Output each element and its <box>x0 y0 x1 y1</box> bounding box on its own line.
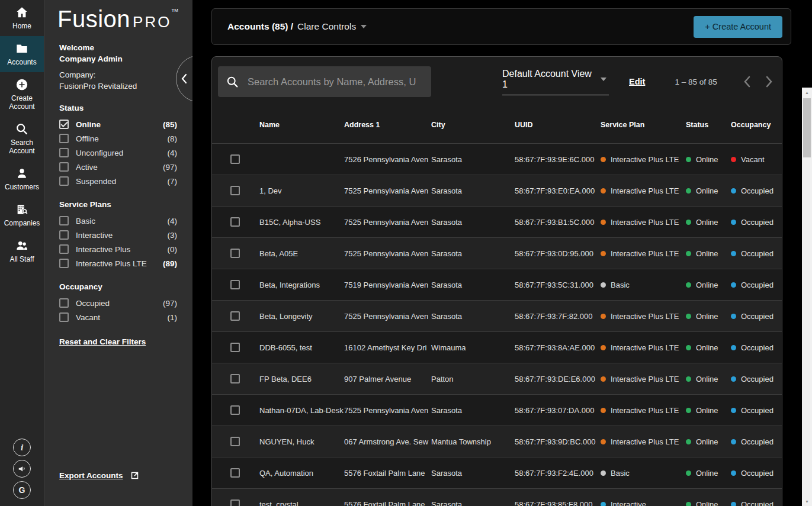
search-box[interactable] <box>218 66 431 97</box>
row-checkbox[interactable] <box>230 499 240 506</box>
table-row[interactable]: Beta, Longevity 7525 Pennsylvania Aven S… <box>212 300 782 331</box>
prev-page-button[interactable] <box>743 76 750 88</box>
cell-city: Wimauma <box>431 343 515 352</box>
filter-unconfigured[interactable]: Unconfigured (4) <box>59 146 177 160</box>
filter-count: (3) <box>168 231 178 240</box>
filter-checkbox[interactable] <box>59 216 69 225</box>
vertical-scrollbar[interactable]: ▲ ▼ <box>802 88 812 506</box>
cell-name: 1, Dev <box>259 186 344 195</box>
table-row[interactable]: 7526 Pennsylvania Aven Sarasota 58:67:7F… <box>212 143 782 175</box>
announcements-button[interactable] <box>13 460 31 478</box>
breadcrumb-current-account[interactable]: Clare Controls <box>297 21 356 32</box>
filter-interactive-plus-lte[interactable]: Interactive Plus LTE (89) <box>59 256 177 270</box>
cell-city: Sarasota <box>431 281 515 289</box>
table-row[interactable]: DDB-6055, test 16102 Amethyst Key Dri Wi… <box>212 331 782 363</box>
cell-occupancy: Occupied <box>731 186 782 195</box>
sidebar-item-create-account[interactable]: Create Account <box>0 72 44 117</box>
col-header-uuid[interactable]: UUID <box>515 121 601 129</box>
next-page-button[interactable] <box>766 76 773 88</box>
export-accounts-link[interactable]: Export Accounts <box>59 471 123 480</box>
row-checkbox[interactable] <box>230 468 240 478</box>
occupancy-dot <box>731 251 736 256</box>
table-row[interactable]: test, crystal 5576 Foxtail Palm Lane Sar… <box>212 488 782 506</box>
sidebar-item-home[interactable]: Home <box>0 0 44 36</box>
filter-interactive-plus[interactable]: Interactive Plus (0) <box>59 242 177 256</box>
filter-suspended[interactable]: Suspended (7) <box>59 174 177 188</box>
row-checkbox[interactable] <box>230 280 240 289</box>
filter-checkbox[interactable] <box>59 120 69 129</box>
filter-checkbox[interactable] <box>59 162 69 172</box>
service-plan-dot <box>601 220 606 225</box>
row-checkbox[interactable] <box>230 217 240 227</box>
edit-view-link[interactable]: Edit <box>629 77 645 86</box>
account-view-select[interactable]: Default Account View 1 <box>502 69 609 95</box>
sidebar-item-search-account[interactable]: Search Account <box>0 117 44 161</box>
sidebar-item-all-staff[interactable]: All Staff <box>0 233 44 269</box>
breadcrumb-caret-icon[interactable] <box>361 25 367 28</box>
g-button[interactable]: G <box>13 481 31 499</box>
sidebar-item-companies[interactable]: Companies <box>0 197 44 233</box>
create-account-button[interactable]: + Create Account <box>694 16 782 38</box>
info-button[interactable]: i <box>13 439 31 456</box>
scrollbar-thumb[interactable] <box>803 98 811 157</box>
filter-vacant[interactable]: Vacant (1) <box>59 310 177 324</box>
breadcrumb-bar: Accounts (85) / Clare Controls + Create … <box>211 8 791 45</box>
row-checkbox[interactable] <box>230 437 240 446</box>
cell-city: Sarasota <box>431 312 515 321</box>
filter-active[interactable]: Active (97) <box>59 160 177 174</box>
col-header-status[interactable]: Status <box>686 121 731 129</box>
filter-online[interactable]: Online (85) <box>59 117 177 131</box>
sidebar-item-accounts[interactable]: Accounts <box>0 36 44 72</box>
filter-checkbox[interactable] <box>59 312 69 322</box>
table-row[interactable]: Beta, A05E 7525 Pennsylvania Aven Saraso… <box>212 237 782 269</box>
row-checkbox[interactable] <box>230 311 240 321</box>
sidebar-item-customers[interactable]: Customers <box>0 161 44 197</box>
export-accounts[interactable]: Export Accounts <box>59 471 139 480</box>
col-header-name[interactable]: Name <box>259 121 344 129</box>
row-checkbox[interactable] <box>230 154 240 164</box>
row-checkbox[interactable] <box>230 374 240 383</box>
col-header-address-1[interactable]: Address 1 <box>344 121 431 129</box>
filter-offline[interactable]: Offline (8) <box>59 131 177 146</box>
cell-address: 067 Armstrong Ave. Sew <box>344 437 431 446</box>
row-checkbox[interactable] <box>230 405 240 415</box>
col-header-occupancy[interactable]: Occupancy <box>731 121 782 129</box>
filter-checkbox[interactable] <box>59 134 69 143</box>
table-row[interactable]: Beta, Integrations 7519 Pennsylvania Ave… <box>212 269 782 300</box>
filter-basic[interactable]: Basic (4) <box>59 214 177 228</box>
col-header-city[interactable]: City <box>431 121 515 129</box>
table-row[interactable]: NGUYEN, Huck 067 Armstrong Ave. Sew Mant… <box>212 426 782 457</box>
filter-occupied[interactable]: Occupied (97) <box>59 296 177 310</box>
table-row[interactable]: FP Beta, DEE6 907 Palmer Avenue Patton 5… <box>212 363 782 394</box>
filter-checkbox[interactable] <box>59 244 69 254</box>
cell-name: Beta, A05E <box>259 249 344 258</box>
row-checkbox[interactable] <box>230 343 240 352</box>
cell-status: Online <box>686 469 731 478</box>
status-dot <box>686 157 691 162</box>
filter-checkbox[interactable] <box>59 148 69 157</box>
cell-service-plan: Basic <box>601 281 686 289</box>
row-checkbox[interactable] <box>230 186 240 195</box>
filter-checkbox[interactable] <box>59 230 69 240</box>
search-input[interactable] <box>248 76 424 88</box>
filter-count: (0) <box>168 245 178 254</box>
occupancy-dot <box>731 282 736 288</box>
table-row[interactable]: B15C, Alpha-USS 7525 Pennsylvania Aven S… <box>212 206 782 237</box>
scroll-up-icon[interactable]: ▲ <box>802 88 812 97</box>
filter-checkbox[interactable] <box>59 298 69 308</box>
filter-label: Basic <box>76 217 95 225</box>
table-row[interactable]: Nathan-07DA, Lab-Desk 7525 Pennsylvania … <box>212 394 782 426</box>
info-icon: i <box>21 443 23 453</box>
breadcrumb: Accounts (85) / Clare Controls <box>227 21 367 32</box>
col-header-service-plan[interactable]: Service Plan <box>601 121 686 129</box>
table-row[interactable]: 1, Dev 7525 Pennsylvania Aven Sarasota 5… <box>212 175 782 206</box>
cell-city: Sarasota <box>431 218 515 227</box>
scroll-down-icon[interactable]: ▼ <box>802 497 812 506</box>
reset-filters-link[interactable]: Reset and Clear Filters <box>59 337 146 346</box>
table-row[interactable]: QA, Automation 5576 Foxtail Palm Lane Sa… <box>212 457 782 488</box>
breadcrumb-accounts[interactable]: Accounts (85) / <box>227 21 293 32</box>
filter-interactive[interactable]: Interactive (3) <box>59 228 177 242</box>
filter-checkbox[interactable] <box>59 176 69 186</box>
filter-checkbox[interactable] <box>59 259 69 268</box>
row-checkbox[interactable] <box>230 249 240 258</box>
